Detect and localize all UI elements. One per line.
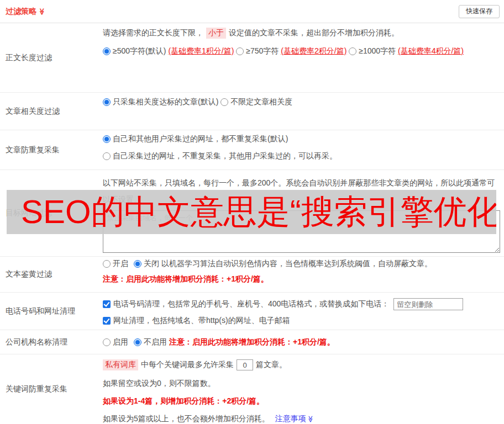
radio-option-disable[interactable]: 不启用 — [134, 337, 167, 347]
radio-label: 关闭 — [144, 259, 159, 269]
replacement-phone-input[interactable] — [393, 298, 463, 310]
radio-icon[interactable] — [236, 47, 244, 55]
radio-checked-icon[interactable] — [103, 98, 111, 106]
radio-label: 启用 — [113, 337, 128, 347]
fee-note: (基础费率1积分/篇) — [168, 46, 234, 56]
desc-text: 设定值的文章不采集，超出部分不增加积分消耗。 — [229, 28, 399, 38]
radio-icon[interactable] — [221, 98, 228, 106]
porn-filter-note: 注意：启用此功能将增加积分消耗：+1积分/篇。 — [103, 274, 504, 284]
radio-option-dedupe-self[interactable]: 自己采集过的网址，不重复采集，其他用户采集过的，可以再采。 — [103, 151, 337, 161]
row-phone-url-cleanup: 电话号码和网址清理 电话号码清理，包括常见的手机号、座机号、400电话格式，或替… — [0, 293, 504, 330]
notice-link[interactable]: 注意事项 ≫ — [275, 414, 314, 424]
radio-icon[interactable] — [103, 338, 111, 346]
row-label: 文章防重复采集 — [6, 130, 103, 169]
row-label: 正文长度过滤 — [6, 23, 103, 92]
radio-checked-icon[interactable] — [103, 135, 111, 143]
radio-label: 不启用 — [144, 337, 167, 347]
checkbox-label: 电话号码清理，包括常见的手机号、座机号、400电话格式，或替换成如下电话： — [113, 299, 389, 309]
desc-text: 请选择需求的正文长度下限， — [103, 28, 203, 38]
checkbox-checked-icon[interactable] — [103, 317, 111, 325]
top-bar: 过滤策略 ≫ 快速保存 — [0, 0, 504, 23]
fee-note: (基础费率2积分/篇) — [281, 46, 347, 56]
row-relevance-filter: 文章相关度过滤 只采集相关度达标的文章(默认) 不限定文章相关度 — [0, 93, 504, 130]
private-lexicon-tag[interactable]: 私有词库 — [103, 359, 138, 370]
radio-option-no-limit[interactable]: 不限定文章相关度 — [221, 97, 292, 107]
keyword-limit-input[interactable] — [237, 359, 253, 370]
radio-option-enable[interactable]: 开启 — [103, 259, 128, 269]
checkbox-label: 网址清理，包括纯域名、带http(s)的网址、电子邮箱 — [113, 316, 290, 326]
ad-overlay-text: SEO的中文意思是“搜索引擎优化”，网站s — [21, 195, 496, 229]
radio-option-enable[interactable]: 启用 — [103, 337, 128, 347]
body-length-desc: 请选择需求的正文长度下限， 小于 设定值的文章不采集，超出部分不增加积分消耗。 — [103, 28, 504, 38]
radio-option-500[interactable]: ≥500字符(默认) (基础费率1积分/篇) — [103, 46, 234, 56]
chevron-down-icon: ≫ — [307, 416, 314, 423]
radio-label: 自己和其他用户采集过的网址，都不重复采集(默认) — [113, 134, 288, 144]
desc-highlight: 小于 — [206, 28, 226, 39]
page-title[interactable]: 过滤策略 ≫ — [6, 7, 46, 17]
radio-label: 只采集相关度达标的文章(默认) — [113, 97, 218, 107]
keyword-limit-text: 中每个关键词最多允许采集 — [141, 360, 234, 370]
keyword-limit-suffix: 篇文章。 — [256, 360, 287, 370]
radio-option-disable[interactable]: 关闭 — [134, 259, 159, 269]
checkbox-checked-icon[interactable] — [103, 300, 111, 308]
radio-option-dedupe-all[interactable]: 自己和其他用户采集过的网址，都不重复采集(默认) — [103, 134, 288, 144]
notice-link-label: 注意事项 — [275, 414, 306, 424]
radio-checked-icon[interactable] — [103, 47, 111, 55]
radio-checked-icon[interactable] — [134, 260, 141, 268]
checkbox-phone-cleanup[interactable]: 电话号码清理，包括常见的手机号、座机号、400电话格式，或替换成如下电话： — [103, 299, 389, 309]
row-label: 文章相关度过滤 — [6, 93, 103, 130]
row-label: 文本鉴黄过滤 — [6, 257, 103, 292]
radio-checked-icon[interactable] — [134, 338, 141, 346]
row-porn-filter: 文本鉴黄过滤 开启 关闭 以机器学习算法自动识别色情内容，当色情概率达到系统阈值… — [0, 257, 504, 293]
row-label: 电话号码和网址清理 — [6, 293, 103, 330]
radio-label: ≥750字符 — [246, 46, 279, 56]
radio-label: ≥1000字符 — [359, 46, 396, 56]
ad-overlay-banner: SEO的中文意思是“搜索引擎优化”，网站s — [7, 190, 496, 234]
radio-label: 不限定文章相关度 — [230, 97, 292, 107]
radio-icon[interactable] — [103, 152, 111, 160]
radio-label: ≥500字符(默认) — [113, 46, 166, 56]
radio-option-relevant-only[interactable]: 只采集相关度达标的文章(默认) — [103, 97, 218, 107]
porn-filter-desc: 以机器学习算法自动识别色情内容，当色情概率达到系统阈值，自动屏蔽文章。 — [161, 259, 432, 269]
page-title-label: 过滤策略 — [6, 7, 36, 17]
row-label: 关键词防重复采集 — [6, 354, 103, 424]
quick-save-button[interactable]: 快速保存 — [459, 5, 500, 18]
chevron-down-icon: ≫ — [39, 8, 45, 15]
radio-label: 自己采集过的网址，不重复采集，其他用户采集过的，可以再采。 — [113, 151, 337, 161]
row-body-length-filter: 正文长度过滤 请选择需求的正文长度下限， 小于 设定值的文章不采集，超出部分不增… — [0, 23, 504, 93]
row-keyword-anti-duplicate: 关键词防重复采集 私有词库 中每个关键词最多允许采集 篇文章。 如果留空或设为0… — [0, 354, 504, 424]
radio-option-1000[interactable]: ≥1000字符 (基础费率4积分/篇) — [349, 46, 464, 56]
row-label: 公司机构名称清理 — [6, 330, 103, 354]
radio-label: 开启 — [113, 259, 128, 269]
row-anti-duplicate: 文章防重复采集 自己和其他用户采集过的网址，都不重复采集(默认) 自己采集过的网… — [0, 130, 504, 170]
keyword-note-zero: 如果留空或设为0，则不限篇数。 — [103, 379, 504, 389]
radio-icon[interactable] — [103, 260, 111, 268]
radio-option-750[interactable]: ≥750字符 (基础费率2积分/篇) — [236, 46, 347, 56]
checkbox-url-cleanup[interactable]: 网址清理，包括纯域名、带http(s)的网址、电子邮箱 — [103, 315, 290, 327]
keyword-note-fee: 如果设为1-4篇，则增加积分消耗：+2积分/篇。 — [103, 396, 504, 406]
row-company-name-cleanup: 公司机构名称清理 启用 不启用 注意：启用此功能将增加积分消耗：+1积分/篇。 — [0, 330, 504, 354]
keyword-note-five: 如果设为5篇或以上，也不会额外增加积分消耗。 — [103, 414, 270, 424]
radio-icon[interactable] — [349, 47, 356, 55]
fee-note: (基础费率4积分/篇) — [398, 46, 464, 56]
company-cleanup-note: 注意：启用此功能将增加积分消耗：+1积分/篇。 — [169, 337, 335, 347]
